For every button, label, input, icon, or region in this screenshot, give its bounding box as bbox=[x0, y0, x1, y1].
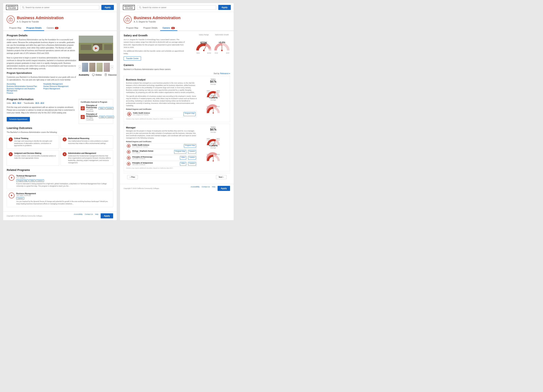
career-salary-label-1: Salary bbox=[211, 78, 215, 80]
thumb-3[interactable] bbox=[96, 63, 103, 72]
spec-hospitality[interactable]: Hospitality Management bbox=[43, 83, 76, 85]
footer-accessibility[interactable]: Accessibility bbox=[74, 213, 83, 218]
salary-footer: For additional information visit the tra… bbox=[124, 50, 185, 55]
thumb-prev[interactable]: ‹ bbox=[79, 65, 81, 69]
prog-info-body: Print the map and schedule an appointmen… bbox=[7, 106, 76, 114]
tab-program-map[interactable]: Program Map bbox=[7, 25, 24, 31]
mgr-rel-tag-pm-1[interactable]: Program Map bbox=[184, 144, 196, 148]
mgr-rel-tag-car-3[interactable]: Careers bbox=[188, 156, 196, 160]
right-apply-button[interactable]: Apply bbox=[218, 5, 231, 10]
footer-apply-btn[interactable]: Apply bbox=[101, 213, 113, 218]
left-header: UNIVERSITY COLLEGE Apply bbox=[3, 3, 117, 12]
cert-tag-video-1[interactable]: Video bbox=[98, 107, 105, 110]
rel-tag-pm[interactable]: Program Map bbox=[16, 179, 28, 182]
mgr-rel-tag-car-2[interactable]: Careers bbox=[188, 150, 196, 154]
right-prog-degree: A. S. Degree for Transfer bbox=[134, 21, 181, 23]
nationwide-val: +0.0% bbox=[218, 41, 225, 44]
footer-contact[interactable]: Contact Us bbox=[85, 213, 93, 218]
right-footer-contact[interactable]: Contact Us bbox=[202, 186, 210, 191]
left-search-input[interactable] bbox=[26, 6, 97, 9]
mgr-rel-sub-1: A.S. Degree for Transfer bbox=[132, 146, 182, 148]
cert-tag-careers-2[interactable]: Careers bbox=[106, 116, 114, 118]
right-footer-apply-btn[interactable]: Apply bbox=[218, 186, 230, 191]
mgr-rel-icon-3 bbox=[127, 156, 130, 160]
schedule-btn[interactable]: Schedule Appointment bbox=[7, 117, 30, 121]
right-tab-program-map[interactable]: Program Map bbox=[124, 25, 141, 31]
thumb-4[interactable] bbox=[104, 63, 110, 72]
sort-value[interactable]: Relevance ▾ bbox=[220, 72, 230, 74]
career-growth-donut-svg-2 bbox=[207, 149, 220, 162]
next-label: Next bbox=[219, 176, 222, 178]
spec-admin-general[interactable]: Business Administration General Plan bbox=[7, 85, 40, 87]
right-footer-links: Accessibility Contact Us Help Apply bbox=[191, 186, 230, 191]
prev-arrow: ‹ bbox=[130, 176, 130, 178]
mgr-rel-tag-car-4[interactable]: Careers bbox=[188, 162, 196, 166]
outcome-title-4: Administration and Management bbox=[68, 152, 111, 154]
outcome-1: 1 Critical Thinking Use logic and reason… bbox=[7, 135, 59, 149]
avail-classroom-label: Classroom bbox=[108, 74, 117, 76]
left-detail-text: Program Details A bachelor's in Business… bbox=[7, 34, 76, 96]
tab-careers[interactable]: Careers 11 bbox=[44, 25, 61, 31]
left-logo: UNIVERSITY COLLEGE bbox=[6, 5, 18, 10]
right-footer-help[interactable]: Help bbox=[212, 186, 215, 191]
right-tab-careers[interactable]: Careers 11 bbox=[160, 25, 177, 31]
prev-btn[interactable]: ‹ Prev bbox=[127, 175, 138, 179]
mgr-rel-tag-vid-4[interactable]: Video bbox=[180, 162, 186, 166]
mgr-rel-sub-3: Job Skills Certificate bbox=[132, 158, 178, 160]
spec-finance[interactable]: Finance bbox=[7, 92, 40, 94]
career-rel-tag-1[interactable]: Program Map bbox=[184, 112, 196, 116]
rel-tag-vid[interactable]: Video bbox=[29, 179, 35, 182]
spec-hr[interactable]: Human Resource Management bbox=[43, 85, 76, 87]
salary-range-label: Salary Range bbox=[199, 34, 209, 36]
cert-tag-careers-1[interactable]: Careers bbox=[106, 107, 113, 110]
career-growth-donut-2 bbox=[207, 149, 220, 158]
cert-type-1: Job Skills Certificate bbox=[86, 109, 97, 112]
right-search-bar[interactable] bbox=[137, 5, 216, 10]
thumb-next[interactable]: › bbox=[111, 65, 113, 69]
spec-pm[interactable]: Project Management bbox=[43, 88, 76, 92]
mgr-rel-title-3: Principles of Fluoroscopy bbox=[132, 156, 178, 158]
related-label-1: Related Degrees and Certificates bbox=[126, 108, 197, 110]
spec-title: Program Specializations bbox=[7, 72, 76, 74]
salary-donut: $72K bbox=[196, 36, 212, 52]
spec-bi[interactable]: Business Intelligence and Analytics Mana… bbox=[7, 88, 40, 92]
mgr-rel-sub-4: Job Skills Certificate bbox=[132, 164, 178, 166]
left-footer: Copyright © 2018 California Community Co… bbox=[3, 211, 117, 220]
footer-help[interactable]: Help bbox=[95, 213, 98, 218]
rel-tag-car[interactable]: Careers bbox=[36, 179, 44, 182]
right-search-icon bbox=[139, 6, 141, 9]
mgr-rel-tag-vid-3[interactable]: Video bbox=[180, 156, 186, 160]
right-footer-accessibility[interactable]: Accessibility bbox=[191, 186, 200, 191]
career-desc-1b: The specific job deliverables of a busin… bbox=[126, 95, 197, 107]
thumb-1[interactable] bbox=[82, 63, 88, 72]
cert-tag-video-2[interactable]: Video bbox=[99, 116, 105, 118]
left-search-bar[interactable] bbox=[20, 5, 99, 10]
right-search-input[interactable] bbox=[142, 6, 214, 9]
career-card-2-inner: Manager Managers are the people in charg… bbox=[126, 126, 228, 169]
spec-accounting[interactable]: Accounting bbox=[7, 83, 40, 85]
sort-label: Sort by bbox=[214, 72, 219, 74]
svg-point-36 bbox=[128, 151, 130, 153]
career-charts-2: Salary $67k Average bbox=[199, 126, 228, 169]
right-tab-program-details[interactable]: Program Details bbox=[141, 25, 160, 31]
next-btn[interactable]: Next › bbox=[216, 175, 226, 179]
cert-section-title: Certificates Earned in Program bbox=[81, 101, 111, 103]
left-apply-button[interactable]: Apply bbox=[101, 5, 114, 10]
tab-program-details[interactable]: Program Details bbox=[24, 25, 44, 31]
salary-low-val: $64k bbox=[197, 52, 200, 54]
cert-icon-svg2 bbox=[81, 116, 84, 118]
thumb-2[interactable] bbox=[89, 63, 95, 72]
left-page: UNIVERSITY COLLEGE Apply Business Admini… bbox=[3, 3, 117, 221]
cert-icon-svg bbox=[81, 107, 84, 110]
rel-info-2: Business Management Job Skills Certifica… bbox=[16, 193, 111, 205]
transfer-center-btn[interactable]: Transfer Center bbox=[124, 56, 141, 61]
outcomes-section: Learning Outcomes The Bachelor's in Busi… bbox=[7, 126, 113, 166]
book-icon bbox=[105, 74, 107, 76]
units-label: Units: bbox=[7, 102, 11, 104]
mgr-rel-tag-pm-2[interactable]: Program Map bbox=[174, 150, 186, 154]
right-copyright: Copyright © 2018 California Community Co… bbox=[124, 188, 159, 189]
rel-tag-car2[interactable]: Careers bbox=[16, 197, 24, 200]
career-salary-donut-svg-1 bbox=[207, 85, 220, 99]
mgr-rel-sub-2: A.S. Degree bbox=[132, 152, 172, 154]
left-prog-icon bbox=[7, 16, 15, 23]
